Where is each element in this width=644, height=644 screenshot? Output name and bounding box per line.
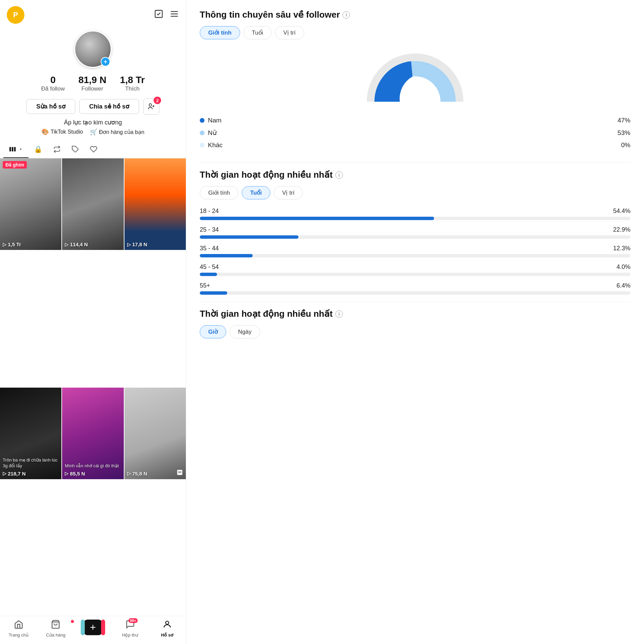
donut-chart [364, 47, 466, 109]
avatar-wrap: + [74, 31, 112, 68]
video-thumb-1[interactable]: Đã ghim ▷ 1,5 Tr [0, 158, 61, 250]
content-tabs: 🔒 [0, 141, 186, 158]
create-button[interactable]: + [83, 620, 102, 635]
play-icon: ▷ [65, 242, 69, 247]
orders-link[interactable]: 🛒 Đơn hàng của bạn [90, 128, 144, 136]
video-thumb-6[interactable]: ▷ 75,8 N [124, 388, 186, 479]
bar-18-24: 18 - 24 54.4% [200, 208, 630, 220]
tab-private[interactable]: 🔒 [28, 141, 48, 158]
video-thumb-4[interactable]: Trôn ba mẹ đi chữa lành lúc 3g đổi lấy ▷… [0, 388, 61, 479]
video-thumb-5[interactable]: Mình vẫn nhớ cái gì đó thật ▷ 85,5 N [62, 388, 123, 479]
pin-badge: Đã ghim [3, 161, 27, 169]
bar-track-25-34 [200, 235, 630, 239]
activity-section-2: Thời gian hoạt động nhiều nhất i Giờ Ngà… [200, 309, 630, 338]
activity-info-icon-1[interactable]: i [335, 171, 343, 179]
video-text-5: Mình vẫn nhớ cái gì đó thật [65, 463, 119, 469]
edit-profile-button[interactable]: Sửa hồ sơ [26, 99, 75, 114]
action-buttons: Sửa hồ sơ Chia sẻ hồ sơ 2 [26, 98, 159, 115]
store-icon [51, 620, 60, 631]
activity-section-1: Thời gian hoạt động nhiều nhất i Giới tí… [200, 170, 630, 295]
other-dot [200, 143, 204, 148]
video-thumb-3[interactable]: ▷ 17,8 N [124, 158, 186, 250]
profile-section: + 0 Đã follow 81,9 N Follower 1,8 Tr Thí… [0, 27, 186, 139]
tab-videos[interactable] [3, 141, 28, 158]
filter-tab-age[interactable]: Tuổi [243, 26, 272, 39]
nav-plus[interactable]: + + [74, 620, 112, 641]
stats-row: 0 Đã follow 81,9 N Follower 1,8 Tr Thích [41, 75, 145, 92]
bar-track-18-24 [200, 217, 630, 220]
tab-reposts[interactable] [48, 141, 66, 158]
activity-filter-age[interactable]: Tuổi [242, 186, 270, 199]
play-icon: ▷ [3, 471, 6, 476]
bar-55plus: 55+ 6.4% [200, 282, 630, 295]
add-friend-badge: 2 [154, 97, 161, 104]
svg-point-4 [149, 104, 152, 106]
hour-tabs: Giờ Ngày [200, 325, 630, 338]
filter-tab-location[interactable]: Vị trí [275, 26, 304, 39]
studio-icon: 🎨 [41, 128, 49, 136]
svg-rect-8 [12, 147, 14, 152]
activity-section-2-title: Thời gian hoạt động nhiều nhất i [200, 309, 630, 319]
video-count-4: ▷ 218,7 N [3, 471, 26, 476]
activity-filter-location[interactable]: Vị trí [274, 186, 303, 199]
bar-fill-45-54 [200, 273, 217, 276]
hour-tab-day[interactable]: Ngày [230, 325, 260, 338]
gender-legend: Nam 47% Nữ 53% Khác 0% [200, 117, 630, 149]
profile-label: Hồ sơ [161, 632, 173, 638]
follower-section-title: Thông tin chuyên sâu về follower i [200, 9, 630, 20]
donut-chart-wrap [200, 47, 630, 109]
bar-track-55plus [200, 291, 630, 295]
inbox-icon: 99+ [125, 620, 135, 631]
top-bar: P [0, 0, 186, 27]
video-thumb-2[interactable]: ▷ 114,4 N [62, 158, 123, 250]
stat-likes: 1,8 Tr Thích [120, 75, 145, 92]
female-dot [200, 131, 204, 135]
nav-inbox[interactable]: 99+ Hộp thư [112, 620, 149, 641]
logo: P [7, 6, 24, 24]
bottom-nav: Trang chủ Cửa hàng + + 99+ [0, 616, 186, 644]
age-bar-list: 18 - 24 54.4% 25 - 34 22.9% 35 - 44 [200, 208, 630, 295]
follower-filter-tabs: Giới tính Tuổi Vị trí [200, 26, 630, 39]
avatar-plus-button[interactable]: + [101, 57, 110, 66]
filter-tab-gender[interactable]: Giới tính [200, 26, 240, 39]
orders-icon: 🛒 [90, 128, 97, 136]
bar-fill-18-24 [200, 217, 434, 220]
inbox-badge: 99+ [129, 618, 138, 623]
bar-track-35-44 [200, 254, 630, 257]
tab-liked[interactable] [84, 141, 103, 158]
links-row: 🎨 TikTok Studio 🛒 Đơn hàng của bạn [41, 128, 144, 136]
play-icon: ▷ [127, 471, 131, 476]
play-icon: ▷ [65, 471, 69, 476]
bar-45-54: 45 - 54 4.0% [200, 264, 630, 276]
inbox-label: Hộp thư [122, 632, 138, 638]
activity-section-1-title: Thời gian hoạt động nhiều nhất i [200, 170, 630, 180]
right-panel: Thông tin chuyên sâu về follower i Giới … [186, 0, 644, 644]
section-divider-2 [200, 301, 630, 302]
share-profile-button[interactable]: Chia sẻ hồ sơ [79, 99, 139, 114]
male-segment [374, 61, 413, 102]
menu-button[interactable] [170, 9, 179, 21]
bookmark-button[interactable] [154, 9, 163, 21]
activity-filter-tabs: Giới tính Tuổi Vị trí [200, 186, 630, 199]
tiktok-studio-link[interactable]: 🎨 TikTok Studio [41, 128, 83, 136]
activity-info-icon-2[interactable]: i [335, 310, 343, 318]
legend-male: Nam 47% [200, 117, 630, 124]
play-icon: ▷ [127, 242, 131, 247]
video-count-1: ▷ 1,5 Tr [3, 241, 21, 247]
bar-35-44: 35 - 44 12.3% [200, 245, 630, 257]
activity-filter-gender[interactable]: Giới tính [200, 186, 238, 199]
tab-tagged[interactable] [66, 141, 84, 158]
add-friend-button[interactable]: 2 [143, 98, 159, 115]
hour-tab-hour[interactable]: Giờ [200, 325, 226, 338]
play-icon: ▷ [3, 242, 6, 247]
nav-profile[interactable]: Hồ sơ [149, 620, 186, 641]
video-count-2: ▷ 114,4 N [65, 241, 88, 247]
nav-store[interactable]: Cửa hàng [37, 620, 75, 641]
legend-female: Nữ 53% [200, 129, 630, 137]
follower-info-icon[interactable]: i [343, 11, 350, 19]
bar-fill-35-44 [200, 254, 253, 257]
bar-25-34: 25 - 34 22.9% [200, 226, 630, 239]
video-count-6: ▷ 75,8 N [127, 471, 147, 476]
nav-home[interactable]: Trang chủ [0, 620, 37, 641]
bio-text: Áp lực tạo kim cương [64, 119, 122, 126]
